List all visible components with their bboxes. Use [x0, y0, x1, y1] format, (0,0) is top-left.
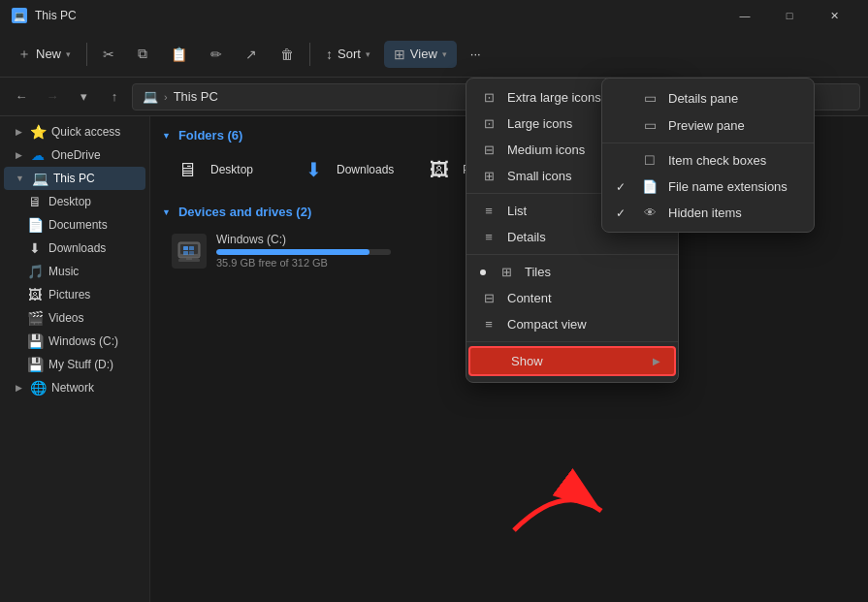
delete-button[interactable]: 🗑: [271, 41, 304, 68]
maximize-button[interactable]: □: [767, 0, 812, 31]
view-tiles[interactable]: ⊞ Tiles: [466, 259, 678, 285]
hidden-items-check: ✓: [616, 206, 631, 220]
sidebar-item-onedrive[interactable]: ▶ ☁ OneDrive: [4, 143, 145, 167]
sidebar-item-quick-access[interactable]: ▶ ⭐ Quick access: [4, 120, 145, 143]
show-label: Show: [511, 354, 543, 368]
folders-chevron: ▼: [162, 131, 171, 141]
cut-icon: ✂: [103, 47, 114, 62]
chevron-icon: ▶: [16, 150, 22, 160]
large-icons-icon: ⊡: [480, 116, 498, 131]
preview-pane-label: Preview pane: [668, 118, 745, 133]
details-label: Details: [507, 230, 546, 244]
svg-rect-5: [189, 246, 194, 250]
show-hidden-items[interactable]: ✓ 👁 Hidden items: [602, 200, 814, 226]
sidebar-item-mystuff-d[interactable]: 💾 My Stuff (D:): [4, 353, 145, 376]
copy-icon: ⧉: [138, 46, 147, 62]
view-show[interactable]: Show ▶: [468, 346, 676, 376]
sort-icon: ↕: [326, 47, 333, 62]
copy-button[interactable]: ⧉: [128, 40, 157, 68]
details-icon: ≡: [480, 230, 498, 244]
file-ext-check: ✓: [616, 180, 631, 194]
minimize-button[interactable]: —: [723, 0, 767, 31]
new-button[interactable]: ＋ New ▾: [8, 40, 80, 69]
sidebar-item-music[interactable]: 🎵 Music: [4, 260, 145, 283]
show-arrow-icon: ▶: [653, 356, 660, 366]
folder-desktop-label: Desktop: [210, 163, 253, 176]
onedrive-icon: ☁: [30, 147, 46, 163]
medium-icons-icon: ⊟: [480, 143, 498, 157]
toolbar: ＋ New ▾ ✂ ⧉ 📋 ✏ ↗ 🗑 ↕ Sort ▾ ⊞ View ▾ ··…: [0, 31, 868, 78]
list-label: List: [507, 204, 527, 218]
toolbar-sep-1: [86, 43, 87, 66]
sidebar-label-music: Music: [48, 265, 79, 278]
show-sep-1: [602, 143, 814, 143]
thispc-icon: 💻: [32, 171, 48, 186]
paste-button[interactable]: 📋: [161, 41, 197, 68]
sidebar-label-mystuff-d: My Stuff (D:): [48, 358, 113, 371]
title-bar-left: 💻 This PC: [12, 8, 77, 23]
sidebar-item-videos[interactable]: 🎬 Videos: [4, 306, 145, 330]
small-icons-label: Small icons: [507, 169, 571, 183]
documents-icon: 📄: [27, 217, 43, 233]
hidden-items-label: Hidden items: [668, 206, 742, 220]
sort-button[interactable]: ↕ Sort ▾: [316, 41, 380, 68]
dropdown-sep-2: [466, 254, 678, 255]
svg-rect-6: [183, 251, 188, 255]
sidebar-item-documents[interactable]: 📄 Documents: [4, 213, 145, 237]
title-bar: 💻 This PC — □ ✕: [0, 0, 868, 31]
sidebar-item-pictures[interactable]: 🖼 Pictures: [4, 283, 145, 306]
sidebar-label-quick-access: Quick access: [51, 125, 120, 139]
rename-icon: ✏: [210, 47, 222, 62]
up-button[interactable]: ↑: [101, 83, 128, 111]
dropdown-button[interactable]: ▾: [70, 83, 97, 111]
path-icon: 💻: [143, 89, 158, 104]
devices-title: Devices and drives (2): [178, 205, 311, 219]
sidebar-label-network: Network: [51, 381, 94, 395]
extra-large-icon: ⊡: [480, 90, 498, 105]
sidebar-label-documents: Documents: [48, 218, 108, 232]
folder-downloads[interactable]: ⬇ Downloads: [288, 150, 404, 189]
folder-desktop[interactable]: 🖥 Desktop: [162, 150, 278, 189]
toolbar-sep-2: [309, 43, 310, 66]
drive-progress-fill: [216, 249, 370, 255]
small-icons-icon: ⊞: [480, 169, 498, 183]
sort-label: Sort: [338, 47, 361, 61]
extra-large-label: Extra large icons: [507, 90, 601, 105]
delete-icon: 🗑: [280, 47, 294, 62]
hidden-items-icon: 👁: [641, 206, 659, 220]
share-button[interactable]: ↗: [236, 41, 267, 68]
sidebar-label-onedrive: OneDrive: [51, 148, 101, 162]
show-details-pane[interactable]: ▭ Details pane: [602, 84, 814, 111]
view-content[interactable]: ⊟ Content: [466, 285, 678, 311]
mystuff-d-icon: 💾: [27, 357, 43, 372]
file-ext-label: File name extensions: [668, 179, 788, 194]
close-button[interactable]: ✕: [812, 0, 856, 31]
sidebar-item-desktop[interactable]: 🖥 Desktop: [4, 190, 145, 213]
content-icon: ⊟: [480, 291, 498, 305]
sidebar-item-thispc[interactable]: ▼ 💻 This PC: [4, 167, 145, 190]
show-file-extensions[interactable]: ✓ 📄 File name extensions: [602, 174, 814, 200]
view-compact[interactable]: ≡ Compact view: [466, 311, 678, 337]
rename-button[interactable]: ✏: [201, 41, 232, 68]
sidebar-label-desktop: Desktop: [48, 195, 91, 208]
view-button[interactable]: ⊞ View ▾: [384, 41, 457, 68]
sidebar-label-windows-c: Windows (C:): [48, 334, 118, 348]
dropdown-sep-3: [466, 341, 678, 342]
tiles-dot: [480, 269, 486, 275]
show-item-checkboxes[interactable]: ☐ Item check boxes: [602, 147, 814, 174]
more-button[interactable]: ···: [461, 41, 491, 67]
cut-button[interactable]: ✂: [93, 41, 124, 68]
folder-downloads-icon: ⬇: [298, 156, 329, 183]
folder-desktop-icon: 🖥: [172, 156, 203, 183]
forward-button: →: [39, 83, 66, 111]
videos-icon: 🎬: [27, 310, 43, 326]
large-icons-label: Large icons: [507, 116, 572, 131]
sidebar-item-network[interactable]: ▶ 🌐 Network: [4, 376, 145, 399]
sidebar-item-windows-c[interactable]: 💾 Windows (C:): [4, 330, 145, 353]
content-label: Content: [507, 291, 552, 305]
sidebar-item-downloads[interactable]: ⬇ Downloads: [4, 237, 145, 260]
window-icon: 💻: [12, 8, 27, 23]
show-preview-pane[interactable]: ▭ Preview pane: [602, 111, 814, 139]
tiles-label: Tiles: [525, 265, 551, 279]
back-button[interactable]: ←: [8, 83, 35, 111]
